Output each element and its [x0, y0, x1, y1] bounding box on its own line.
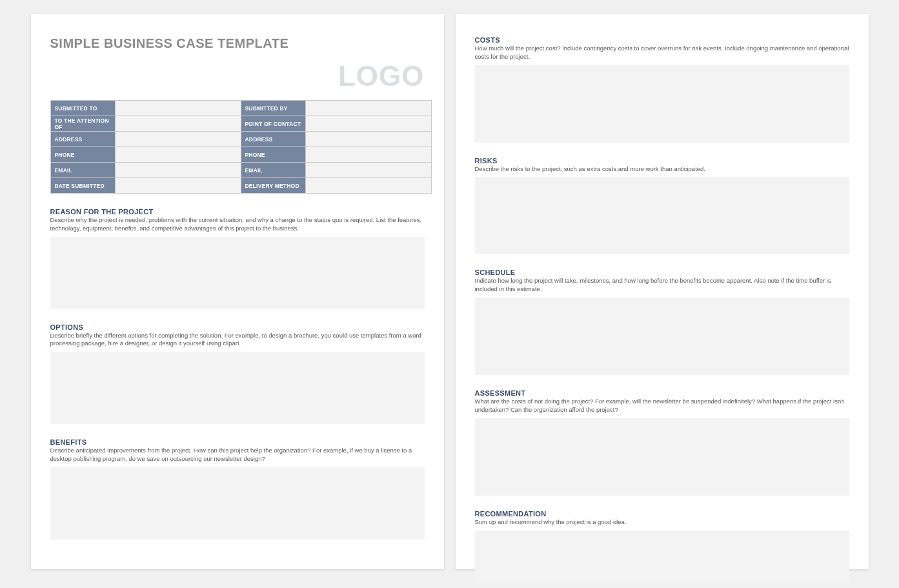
label-phone-left: PHONE — [50, 147, 115, 163]
value-date-submitted[interactable] — [115, 178, 241, 194]
section-heading: COSTS — [475, 36, 849, 44]
table-row: PHONE PHONE — [50, 147, 431, 163]
value-submitted-to[interactable] — [115, 101, 241, 116]
section-recommendation: RECOMMENDATION Sum up and recommend why … — [475, 510, 849, 583]
table-row: TO THE ATTENTION OF POINT OF CONTACT — [50, 116, 431, 132]
section-heading: SCHEDULE — [475, 269, 849, 276]
label-phone-right: PHONE — [241, 147, 305, 163]
section-input-assessment[interactable] — [475, 418, 849, 496]
section-options: OPTIONS Describe briefly the different o… — [50, 323, 425, 425]
value-submitted-by[interactable] — [305, 101, 431, 116]
table-row: EMAIL EMAIL — [50, 163, 431, 178]
section-heading: RISKS — [475, 157, 849, 165]
section-schedule: SCHEDULE Indicate how long the project w… — [475, 269, 849, 375]
label-submitted-by: SUBMITTED BY — [241, 101, 305, 116]
section-input-recommendation[interactable] — [475, 531, 849, 584]
section-desc: Describe why the project is needed, prob… — [50, 216, 425, 233]
label-submitted-to: SUBMITTED TO — [50, 101, 115, 116]
value-delivery-method[interactable] — [305, 178, 431, 194]
section-costs: COSTS How much will the project cost? In… — [475, 36, 849, 143]
section-desc: Describe the risks to the project, such … — [475, 165, 849, 174]
label-address-right: ADDRESS — [241, 132, 305, 147]
section-heading: ASSESSMENT — [475, 389, 849, 397]
section-desc: How much will the project cost? Include … — [475, 45, 849, 61]
value-address-left[interactable] — [115, 132, 241, 147]
label-date-submitted: DATE SUBMITTED — [50, 178, 115, 194]
value-email-left[interactable] — [115, 163, 241, 178]
document-title: SIMPLE BUSINESS CASE TEMPLATE — [50, 36, 425, 51]
section-reason: REASON FOR THE PROJECT Describe why the … — [50, 208, 425, 309]
label-attention-of: TO THE ATTENTION OF — [50, 116, 115, 132]
section-benefits: BENEFITS Describe anticipated improvemen… — [50, 438, 425, 540]
section-input-schedule[interactable] — [475, 298, 849, 375]
section-desc: Sum up and recommend why the project is … — [475, 518, 849, 527]
table-row: ADDRESS ADDRESS — [50, 132, 431, 147]
section-input-options[interactable] — [50, 352, 425, 424]
label-delivery-method: DELIVERY METHOD — [241, 178, 305, 194]
logo-placeholder: LOGO — [50, 60, 425, 92]
value-phone-right[interactable] — [305, 147, 431, 163]
section-risks: RISKS Describe the risks to the project,… — [475, 157, 849, 255]
section-heading: BENEFITS — [50, 438, 425, 446]
page-2: COSTS How much will the project cost? In… — [456, 14, 869, 569]
section-heading: RECOMMENDATION — [475, 510, 849, 518]
table-row: SUBMITTED TO SUBMITTED BY — [50, 101, 431, 116]
label-address-left: ADDRESS — [50, 132, 115, 147]
label-email-right: EMAIL — [241, 163, 305, 178]
value-point-of-contact[interactable] — [305, 116, 431, 132]
value-phone-left[interactable] — [115, 147, 241, 163]
section-input-reason[interactable] — [50, 237, 425, 309]
section-input-benefits[interactable] — [50, 467, 425, 540]
table-row: DATE SUBMITTED DELIVERY METHOD — [50, 178, 431, 194]
section-desc: Describe briefly the different options f… — [50, 332, 425, 349]
section-input-costs[interactable] — [475, 65, 849, 143]
section-desc: Describe anticipated improvements from t… — [50, 447, 425, 463]
label-email-left: EMAIL — [50, 163, 115, 178]
section-assessment: ASSESSMENT What are the costs of not doi… — [475, 389, 849, 496]
label-point-of-contact: POINT OF CONTACT — [241, 116, 305, 132]
section-desc: What are the costs of not doing the proj… — [475, 398, 849, 414]
value-attention-of[interactable] — [115, 116, 241, 132]
section-heading: REASON FOR THE PROJECT — [50, 208, 425, 216]
section-input-risks[interactable] — [475, 177, 849, 254]
section-desc: Indicate how long the project will take,… — [475, 277, 849, 294]
info-table: SUBMITTED TO SUBMITTED BY TO THE ATTENTI… — [50, 100, 432, 194]
value-address-right[interactable] — [305, 132, 431, 147]
page-1: SIMPLE BUSINESS CASE TEMPLATE LOGO SUBMI… — [31, 14, 444, 569]
section-heading: OPTIONS — [50, 323, 425, 331]
value-email-right[interactable] — [305, 163, 431, 178]
